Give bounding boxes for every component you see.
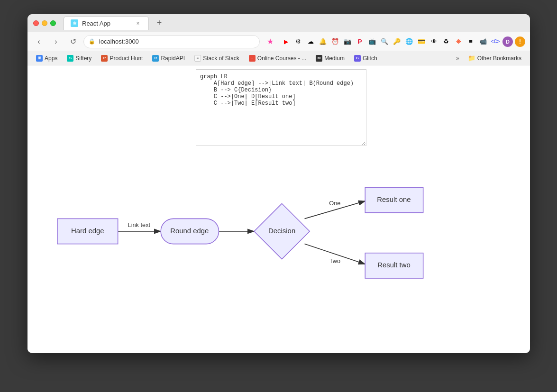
bookmarks-bar: ⊞ Apps S Siftery P Product Hunt R RapidA… [27, 51, 530, 65]
bookmark-onlinecourses[interactable]: ~ Online Courses - ... [245, 54, 310, 63]
bookmark-rapidapi-label: RapidAPI [161, 55, 185, 62]
node-a-text: Hard edge [71, 227, 104, 235]
profile-icon[interactable]: D [502, 36, 513, 47]
search-icon[interactable]: 🔍 [379, 36, 390, 47]
producthunt-icon: P [101, 55, 108, 62]
menu-icon[interactable]: ≡ [466, 36, 476, 47]
url-bar[interactable]: 🔒 localhost:3000 [83, 35, 260, 48]
active-tab[interactable]: ⚛ React App × [64, 16, 149, 30]
folder-icon: 📁 [468, 55, 475, 62]
bookmark-producthunt-label: Product Hunt [110, 55, 143, 62]
maximize-window-button[interactable] [50, 20, 56, 26]
new-tab-button[interactable]: + [153, 17, 166, 30]
youtube-icon[interactable]: ▶ [281, 36, 291, 47]
bookmark-siftery[interactable]: S Siftery [63, 54, 95, 63]
siftery-icon: S [67, 55, 73, 62]
tab-favicon: ⚛ [71, 19, 78, 27]
url-text: localhost:3000 [99, 38, 139, 45]
rapidapi-icon: R [152, 55, 159, 62]
clock-icon[interactable]: ⏰ [330, 36, 340, 47]
medium-icon: M [316, 55, 322, 62]
brave-icon[interactable]: ❋ [453, 36, 464, 47]
video-icon[interactable]: 📹 [478, 36, 488, 47]
node-d-text: Result one [377, 196, 411, 203]
bookmark-glitch[interactable]: G Glitch [350, 54, 381, 63]
minimize-window-button[interactable] [42, 20, 47, 26]
code-editor[interactable]: graph LR A[Hard edge] -->|Link text| B(R… [196, 69, 366, 146]
title-bar: ⚛ React App × + [27, 14, 530, 32]
refresh-button[interactable]: ↺ [66, 35, 80, 48]
bookmark-siftery-label: Siftery [75, 55, 91, 62]
refresh2-icon[interactable]: ♻ [441, 36, 451, 47]
back-button[interactable]: ‹ [32, 35, 46, 48]
tab-close-button[interactable]: × [134, 19, 142, 27]
node-b-text: Round edge [170, 227, 209, 235]
apps-icon: ⊞ [36, 55, 43, 62]
toolbar-icons: ▶ ⚙ ☁ 🔔 ⏰ 📷 P 📺 🔍 🔑 🌐 💳 👁 ♻ ❋ ≡ 📹 <C> D … [281, 36, 525, 47]
address-bar: ‹ › ↺ 🔒 localhost:3000 ★ ▶ ⚙ ☁ 🔔 ⏰ 📷 P 📺… [27, 32, 530, 51]
node-c-text: Decision [268, 227, 295, 235]
extensions-icon[interactable]: ⚙ [293, 36, 303, 47]
node-e-text: Result two [377, 261, 411, 269]
cloud-icon[interactable]: ☁ [305, 36, 316, 47]
bookmark-onlinecourses-label: Online Courses - ... [257, 55, 306, 62]
bookmark-medium-label: Medium [324, 55, 345, 62]
cast-icon[interactable]: 📺 [367, 36, 377, 47]
bookmark-stackofstack[interactable]: ≡ Stack of Stack [191, 54, 243, 63]
diagram-svg: Link text One Two Hard edge Round edge [51, 153, 487, 310]
bookmark-other-bookmarks[interactable]: 📁 Other Bookmarks [464, 54, 525, 63]
bookmark-medium[interactable]: M Medium [312, 54, 348, 63]
bookmark-stackofstack-label: Stack of Stack [203, 55, 239, 62]
page-content: graph LR A[Hard edge] -->|Link text| B(R… [27, 65, 530, 353]
notification-icon[interactable]: 🔔 [318, 36, 328, 47]
tab-title: React App [82, 20, 110, 27]
glitch-icon: G [354, 55, 361, 62]
wallet-icon[interactable]: 💳 [416, 36, 427, 47]
stackofstack-icon: ≡ [194, 55, 201, 62]
close-window-button[interactable] [33, 20, 39, 26]
bookmarks-more-button[interactable]: » [453, 54, 462, 63]
crx-icon[interactable]: <C> [490, 36, 501, 47]
pinterest-icon[interactable]: P [355, 36, 365, 47]
vpn-icon[interactable]: 🌐 [404, 36, 414, 47]
bookmark-apps-label: Apps [45, 55, 57, 62]
key-icon[interactable]: 🔑 [392, 36, 402, 47]
onlinecourses-icon: ~ [249, 55, 256, 62]
bookmark-apps[interactable]: ⊞ Apps [32, 54, 61, 63]
diagram-container: Link text One Two Hard edge Round edge [51, 153, 487, 310]
traffic-lights [33, 20, 56, 26]
star-button[interactable]: ★ [264, 35, 277, 48]
bookmark-producthunt[interactable]: P Product Hunt [97, 54, 146, 63]
eye-icon[interactable]: 👁 [429, 36, 439, 47]
edge-ce-label: Two [329, 257, 340, 264]
edge-ab-label: Link text [128, 221, 151, 228]
warning-icon[interactable]: ! [515, 36, 525, 47]
forward-button[interactable]: › [49, 35, 63, 48]
bookmark-glitch-label: Glitch [363, 55, 377, 62]
lock-icon: 🔒 [89, 38, 95, 45]
camera-icon[interactable]: 📷 [342, 36, 353, 47]
browser-window: ⚛ React App × + ‹ › ↺ 🔒 localhost:3000 ★… [27, 14, 530, 353]
other-bookmarks-label: Other Bookmarks [477, 55, 521, 62]
bookmark-rapidapi[interactable]: R RapidAPI [148, 54, 189, 63]
edge-cd-label: One [329, 200, 340, 207]
